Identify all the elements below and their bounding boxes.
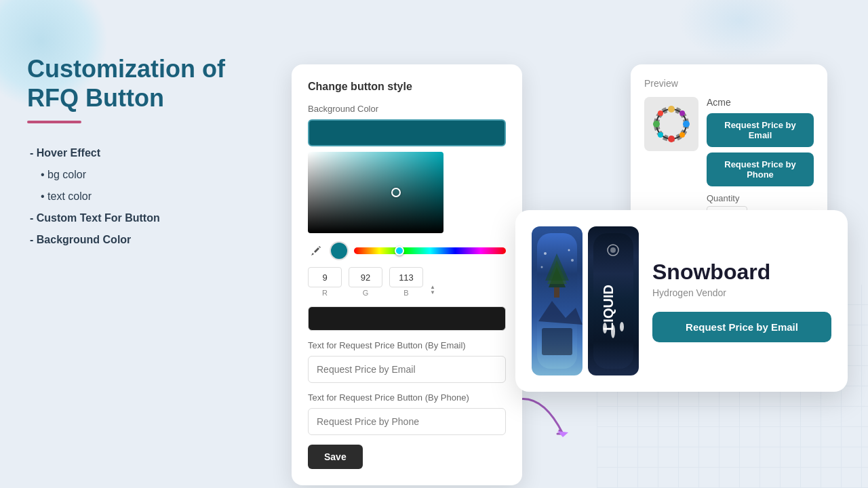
- snowboard-vendor: Hydrogen Vendor: [652, 287, 831, 298]
- snowboard-image-1: [532, 226, 583, 375]
- svg-point-8: [658, 132, 663, 138]
- rgb-r-label: R: [322, 289, 328, 297]
- eyedropper-icon[interactable]: [308, 243, 324, 259]
- save-button[interactable]: Save: [308, 445, 363, 469]
- rgb-g-label: G: [363, 289, 369, 297]
- svg-rect-15: [554, 287, 559, 298]
- snowboard-card: LIQUID Snowboard Hydrogen Vendor Request…: [515, 210, 848, 392]
- snowboard-2-svg: LIQUID: [588, 226, 639, 375]
- rgb-b-input[interactable]: [389, 267, 423, 287]
- product-preview: Acme Request Price by Email Request Pric…: [644, 97, 814, 226]
- svg-point-4: [668, 136, 675, 142]
- preview-email-button[interactable]: Request Price by Email: [707, 113, 814, 147]
- snowboard-1-svg: [532, 226, 583, 375]
- color-hex-input[interactable]: [308, 119, 506, 146]
- svg-point-3: [683, 121, 690, 127]
- phone-text-label: Text for Request Price Button (By Phone): [308, 392, 506, 403]
- rgb-down-arrow[interactable]: ▼: [430, 290, 435, 296]
- color-gradient[interactable]: [308, 152, 443, 233]
- bg-blob-right: [678, 0, 800, 61]
- bg-color-label: Background Color: [308, 104, 506, 114]
- feature-hover: - Hover Effect: [27, 142, 271, 164]
- left-panel: Customization of RFQ Button - Hover Effe…: [27, 54, 271, 251]
- snowboard-title: Snowboard: [652, 260, 831, 285]
- color-picker-dot[interactable]: [391, 188, 401, 197]
- svg-point-17: [568, 249, 570, 251]
- center-panel: Change button style Background Color R G: [292, 64, 522, 485]
- picker-controls: [308, 241, 506, 260]
- feature-text-color: text color: [27, 186, 271, 207]
- snowboard-images: LIQUID: [532, 226, 639, 375]
- svg-point-9: [658, 110, 663, 116]
- svg-rect-21: [542, 328, 572, 355]
- svg-point-19: [541, 266, 543, 268]
- vendor-name: Acme: [707, 97, 814, 108]
- svg-point-28: [610, 247, 616, 253]
- feature-bg-color-main: - Background Color: [27, 229, 271, 251]
- svg-point-5: [653, 121, 660, 127]
- feature-list: - Hover Effect bg color text color - Cus…: [27, 142, 271, 251]
- phone-text-input[interactable]: [308, 408, 506, 435]
- rgb-g-input[interactable]: [349, 267, 382, 287]
- snowboard-image-2: LIQUID: [588, 226, 639, 375]
- panel-title: Change button style: [308, 81, 506, 93]
- svg-point-7: [679, 132, 685, 138]
- svg-point-6: [679, 110, 685, 116]
- snowboard-info: Snowboard Hydrogen Vendor Request Price …: [652, 260, 831, 342]
- email-text-label: Text for Request Price Button (By Email): [308, 340, 506, 350]
- second-color-input[interactable]: [308, 306, 506, 331]
- color-swatch[interactable]: [330, 241, 349, 260]
- svg-point-2: [668, 106, 675, 113]
- preview-title: Preview: [644, 78, 814, 89]
- bracelet-image: [651, 104, 692, 144]
- svg-point-16: [544, 252, 547, 255]
- quantity-label: Quantity: [707, 193, 814, 203]
- preview-phone-button[interactable]: Request Price by Phone: [707, 152, 814, 186]
- rgb-arrows: ▲ ▼: [430, 285, 435, 296]
- svg-point-24: [603, 323, 607, 333]
- email-text-input[interactable]: [308, 356, 506, 383]
- color-picker-area: [308, 152, 506, 233]
- svg-point-26: [620, 322, 624, 331]
- rgb-b-label: B: [403, 289, 408, 297]
- rgb-b-field: B: [389, 267, 423, 297]
- rgb-r-input[interactable]: [308, 267, 342, 287]
- main-title: Customization of RFQ Button: [27, 54, 271, 113]
- snowboard-email-button[interactable]: Request Price by Email: [652, 312, 831, 342]
- rgb-inputs: R G B ▲ ▼: [308, 267, 506, 297]
- rgb-r-field: R: [308, 267, 342, 297]
- hue-slider[interactable]: [354, 247, 506, 254]
- product-thumbnail: [644, 97, 698, 151]
- hue-thumb: [395, 246, 404, 256]
- svg-point-18: [571, 259, 574, 262]
- feature-custom-text: - Custom Text For Button: [27, 207, 271, 229]
- svg-point-25: [611, 325, 615, 338]
- feature-bg-color: bg color: [27, 164, 271, 186]
- product-info: Acme Request Price by Email Request Pric…: [707, 97, 814, 226]
- title-underline: [27, 121, 81, 123]
- svg-text:LIQUID: LIQUID: [601, 285, 616, 331]
- rgb-g-field: G: [349, 267, 382, 297]
